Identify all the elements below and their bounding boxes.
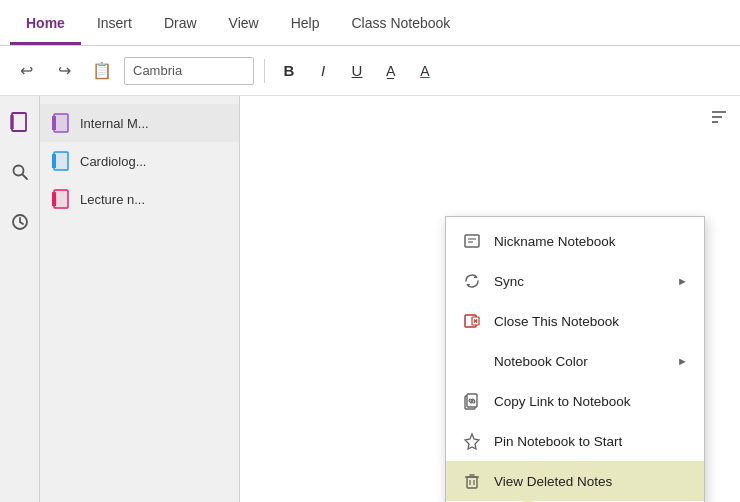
svg-line-3 [22,175,27,180]
svg-rect-13 [52,192,56,206]
clipboard-button[interactable]: 📋 [86,55,118,87]
notebook-icon-1 [50,112,72,134]
sidebar-item-cardiology-label: Cardiolog... [80,154,146,169]
menu-item-notebook-color[interactable]: Notebook Color ► [446,341,704,381]
menu-item-pin-notebook[interactable]: Pin Notebook to Start [446,421,704,461]
tab-draw[interactable]: Draw [148,0,213,45]
main-area: Internal M... Cardiolog... L [0,96,740,502]
sidebar-item-lecture-notes[interactable]: Lecture n... [40,180,239,218]
sync-icon [462,271,482,291]
tab-draw-label: Draw [164,15,197,31]
sidebar-item-cardiology[interactable]: Cardiolog... [40,142,239,180]
tab-help-label: Help [291,15,320,31]
menu-item-close-notebook[interactable]: Close This Notebook [446,301,704,341]
pin-icon [462,431,482,451]
font-name-input[interactable] [124,57,254,85]
trash-icon [462,471,482,491]
close-notebook-icon [462,311,482,331]
svg-rect-7 [52,116,56,130]
menu-item-sync[interactable]: Sync ► [446,261,704,301]
sidebar: Internal M... Cardiolog... L [40,96,240,502]
close-notebook-label: Close This Notebook [494,314,688,329]
bold-button[interactable]: B [275,57,303,85]
notebook-color-label: Notebook Color [494,354,665,369]
sidebar-item-internal-medicine[interactable]: Internal M... [40,104,239,142]
notebooks-icon[interactable] [2,104,38,140]
tab-insert[interactable]: Insert [81,0,148,45]
svg-rect-17 [465,235,479,247]
svg-rect-11 [54,190,68,208]
menu-item-view-deleted[interactable]: View Deleted Notes [446,461,704,501]
toolbar: ↩ ↪ 📋 B I U A̲ A [0,46,740,96]
link-icon [462,391,482,411]
undo-button[interactable]: ↩ [10,55,42,87]
svg-rect-0 [12,113,26,131]
view-deleted-label: View Deleted Notes [494,474,688,489]
copy-link-label: Copy Link to Notebook [494,394,688,409]
svg-rect-27 [467,477,477,488]
underline-button[interactable]: U [343,57,371,85]
sort-icon[interactable] [708,106,730,133]
tab-help[interactable]: Help [275,0,336,45]
italic-button[interactable]: I [309,57,337,85]
search-icon[interactable] [2,154,38,190]
notebook-icon-2 [50,150,72,172]
pin-notebook-label: Pin Notebook to Start [494,434,688,449]
tab-class-notebook-label: Class Notebook [351,15,450,31]
nickname-notebook-label: Nickname Notebook [494,234,688,249]
sidebar-item-lecture-notes-label: Lecture n... [80,192,145,207]
svg-rect-8 [54,152,68,170]
tab-home[interactable]: Home [10,0,81,45]
menu-item-nickname-notebook[interactable]: Nickname Notebook [446,221,704,261]
rename-icon [462,231,482,251]
tab-class-notebook[interactable]: Class Notebook [335,0,466,45]
sync-arrow: ► [677,275,688,287]
toolbar-divider-1 [264,59,265,83]
color-arrow: ► [677,355,688,367]
ribbon-tabs: Home Insert Draw View Help Class Noteboo… [0,0,740,46]
tab-view[interactable]: View [213,0,275,45]
svg-rect-10 [52,154,56,168]
icon-strip [0,96,40,502]
sync-label: Sync [494,274,665,289]
menu-item-copy-link[interactable]: Copy Link to Notebook [446,381,704,421]
highlight-button[interactable]: A̲ [377,57,405,85]
tab-home-label: Home [26,15,65,31]
recents-icon[interactable] [2,204,38,240]
notebook-icon-3 [50,188,72,210]
redo-button[interactable]: ↪ [48,55,80,87]
font-color-button[interactable]: A [411,57,439,85]
color-icon [462,351,482,371]
svg-rect-1 [10,115,14,129]
svg-rect-5 [54,114,68,132]
page-area: Nickname Notebook Sync ► [240,96,740,502]
sidebar-item-internal-medicine-label: Internal M... [80,116,149,131]
tab-view-label: View [229,15,259,31]
context-menu: Nickname Notebook Sync ► [445,216,705,502]
tab-insert-label: Insert [97,15,132,31]
